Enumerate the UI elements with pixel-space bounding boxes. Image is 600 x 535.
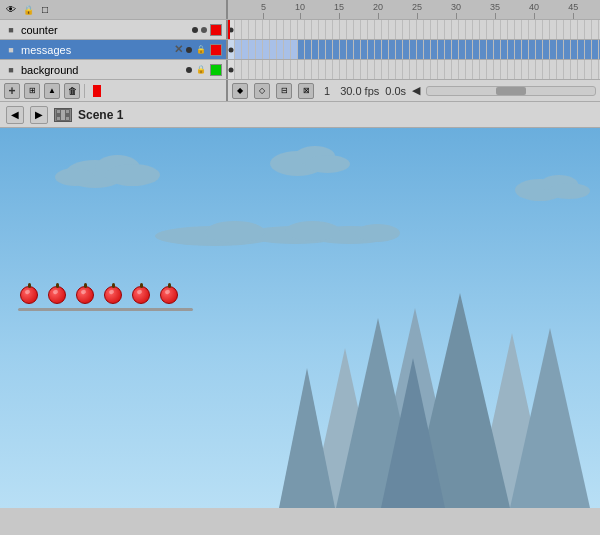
frame-messages-37: [480, 40, 487, 59]
frame-messages-34: [459, 40, 466, 59]
nav-forward-button[interactable]: ▶: [30, 106, 48, 124]
lock-ctrl-messages[interactable]: 🔒: [195, 44, 207, 56]
frame-counter-17: [340, 20, 347, 39]
frame-bg-16: [333, 60, 340, 79]
frame-counter-48: [557, 20, 564, 39]
ruler-mark-25: 25: [412, 3, 422, 19]
move-up-button[interactable]: ▲: [44, 83, 60, 99]
frame-counter-5: [256, 20, 263, 39]
frame-counter-35: [466, 20, 473, 39]
frame-remove-button[interactable]: ⊟: [276, 83, 292, 99]
layer-row-messages[interactable]: ■ messages ✕ 🔒: [0, 40, 600, 60]
frame-messages-2: [235, 40, 242, 59]
frame-messages-53: [592, 40, 599, 59]
frame-counter-9: [284, 20, 291, 39]
frame-counter-39: [494, 20, 501, 39]
lock-dot-counter[interactable]: [201, 27, 207, 33]
frame-counter-15: [326, 20, 333, 39]
frame-counter-10: [291, 20, 298, 39]
frame-messages-7: [270, 40, 277, 59]
layer-type-icon-messages: ■: [4, 43, 18, 57]
lock-icon[interactable]: 🔒: [21, 3, 35, 17]
frame-bg-24: [389, 60, 396, 79]
frame-bg-10: [291, 60, 298, 79]
add-layer-button[interactable]: +: [4, 83, 20, 99]
cloud-2: [265, 143, 360, 176]
frame-messages-20: [361, 40, 368, 59]
frame-bg-4: [249, 60, 256, 79]
close-layer-button[interactable]: ✕: [174, 44, 183, 55]
layer-header-left: 👁 🔒 □: [0, 0, 228, 19]
add-layer2-button[interactable]: ⊞: [24, 83, 40, 99]
ruler-marks: 5 10 15 20 25 30 35 40 45: [232, 0, 578, 19]
frame-counter-21: [368, 20, 375, 39]
layer-left-background: ■ background 🔒: [0, 60, 228, 79]
frame-bg-48: [557, 60, 564, 79]
color-box-counter[interactable]: [210, 24, 222, 36]
keyframe-blank-button[interactable]: ◇: [254, 83, 270, 99]
frame-messages-26: [403, 40, 410, 59]
layer-row-background[interactable]: ■ background 🔒: [0, 60, 600, 80]
keyframe-messages-1[interactable]: [228, 40, 235, 59]
frame-messages-21: [368, 40, 375, 59]
frame-bg-27: [410, 60, 417, 79]
keyframe-insert-button[interactable]: ◆: [232, 83, 248, 99]
frame-counter-34: [459, 20, 466, 39]
lock-ctrl-background[interactable]: 🔒: [195, 64, 207, 76]
frame-counter-19: [354, 20, 361, 39]
frame-counter-3: [242, 20, 249, 39]
frame-counter-41: [508, 20, 515, 39]
frame-bg-15: [326, 60, 333, 79]
frame-messages-44: [529, 40, 536, 59]
frame-bg-22: [375, 60, 382, 79]
frame-counter-12: [305, 20, 312, 39]
frame-messages-30: [431, 40, 438, 59]
cloud-1: [55, 150, 175, 188]
frame-messages-48: [557, 40, 564, 59]
frame-bg-38: [487, 60, 494, 79]
eye-icon[interactable]: 👁: [4, 3, 18, 17]
frame-counter-47: [550, 20, 557, 39]
frame-counter-44: [529, 20, 536, 39]
frame-messages-15: [326, 40, 333, 59]
frame-messages-32: [445, 40, 452, 59]
frame-counter-49: [564, 20, 571, 39]
frame-messages-31: [438, 40, 445, 59]
visibility-dot-background[interactable]: [186, 67, 192, 73]
frame-counter-27: [410, 20, 417, 39]
box-icon[interactable]: □: [38, 3, 52, 17]
delete-layer-button[interactable]: 🗑: [64, 83, 80, 99]
scroll-left-button[interactable]: ◀: [412, 84, 420, 97]
frame-counter-2: [235, 20, 242, 39]
frame-messages-35: [466, 40, 473, 59]
frame-bg-40: [501, 60, 508, 79]
frame-counter-24: [389, 20, 396, 39]
frame-messages-9: [284, 40, 291, 59]
frame-bg-26: [403, 60, 410, 79]
visibility-dot-counter[interactable]: [192, 27, 198, 33]
frame-counter-7: [270, 20, 277, 39]
frame-messages-38: [487, 40, 494, 59]
frame-bg-32: [445, 60, 452, 79]
frame-counter-18: [347, 20, 354, 39]
keyframe-bg-1[interactable]: [228, 60, 235, 79]
frame-bg-8: [277, 60, 284, 79]
frame-counter-16: [333, 20, 340, 39]
nav-back-button[interactable]: ◀: [6, 106, 24, 124]
frame-bg-34: [459, 60, 466, 79]
ruler-mark-45: 45: [568, 3, 578, 19]
frame-bg-14: [319, 60, 326, 79]
frame-bg-50: [571, 60, 578, 79]
frame-counter-53: [592, 20, 599, 39]
header-icons: 👁 🔒 □: [4, 3, 52, 17]
color-box-background[interactable]: [210, 64, 222, 76]
frame-counter-20: [361, 20, 368, 39]
timeline-scrollbar[interactable]: [426, 86, 596, 96]
frame-messages-18: [347, 40, 354, 59]
tween-button[interactable]: ⊠: [298, 83, 314, 99]
frame-messages-51: [578, 40, 585, 59]
visibility-dot-messages[interactable]: [186, 47, 192, 53]
frame-messages-14: [319, 40, 326, 59]
color-box-messages[interactable]: [210, 44, 222, 56]
layer-row-counter[interactable]: ■ counter: [0, 20, 600, 40]
